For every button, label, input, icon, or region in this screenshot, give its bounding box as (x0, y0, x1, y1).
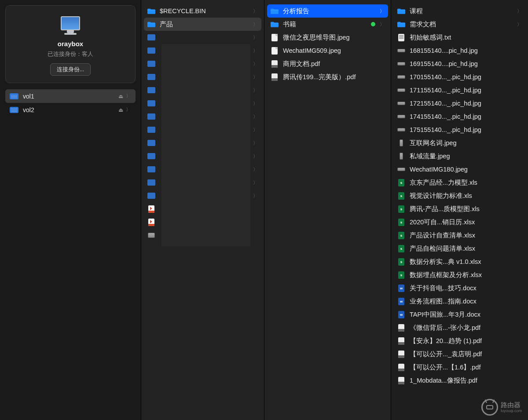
list-item[interactable]: 分析报告〉 (267, 4, 388, 18)
chevron-right-icon: 〉 (253, 193, 258, 199)
list-item[interactable]: s京东产品经...力模型.xls (394, 176, 525, 189)
spreadsheet-file-icon: s (398, 205, 404, 213)
column-1[interactable]: $RECYCLE.BIN〉产品〉〉〉〉〉〉〉〉〉〉〉〉〉〉 (141, 0, 264, 420)
list-item-redacted[interactable]: 〉 (144, 44, 261, 57)
spreadsheet-file-icon: s (398, 258, 404, 266)
list-item[interactable]: 172155140..._.pic_hd.jpg (394, 97, 525, 110)
connect-as-button[interactable]: 连接身份... (50, 63, 91, 76)
chevron-right-icon: 〉 (253, 87, 258, 94)
list-item[interactable]: 1_Mobdata...像报告.pdf (394, 374, 525, 387)
list-item[interactable]: 175155140..._.pic_hd.jpg (394, 123, 525, 136)
item-label: 168155140....pic_hd.jpg (410, 47, 522, 54)
list-item[interactable]: s产品自检问题清单.xlsx (394, 242, 525, 255)
list-item-redacted[interactable]: 〉 (144, 110, 261, 123)
image-file-icon (400, 153, 403, 160)
list-item[interactable]: s数据分析实...典 v1.0.xlsx (394, 255, 525, 268)
chevron-right-icon: 〉 (253, 34, 258, 41)
list-item[interactable]: 需求文档〉 (394, 18, 525, 31)
chevron-right-icon: 〉 (517, 21, 522, 28)
item-label: 【可以公开...【1.6】.pdf (410, 363, 522, 372)
folder-icon (147, 8, 155, 14)
list-item[interactable]: WechatIMG180.jpeg (394, 163, 525, 176)
list-item[interactable]: 私域流量.jpeg (394, 150, 525, 163)
spreadsheet-file-icon: s (398, 271, 404, 279)
list-item-redacted[interactable] (144, 215, 261, 229)
list-item-redacted[interactable]: 〉 (144, 150, 261, 163)
item-label: 2020可自...销日历.xlsx (410, 218, 522, 226)
chevron-right-icon: 〉 (253, 179, 258, 186)
list-item[interactable]: wTAPI中国旅...年3月.docx (394, 308, 525, 321)
list-item[interactable]: 174155140..._.pic_hd.jpg (394, 110, 525, 123)
list-item[interactable]: 腾讯传199...完美版）.pdf (267, 70, 388, 84)
folder-icon (147, 193, 155, 199)
chevron-right-icon: 〉 (253, 8, 258, 15)
list-item[interactable]: s产品设计自查清单.xlsx (394, 229, 525, 242)
list-item-redacted[interactable]: 〉 (144, 163, 261, 176)
item-label: 课程 (410, 7, 514, 15)
spreadsheet-file-icon: s (398, 245, 404, 252)
volume-item-vol1[interactable]: vol1 ⏏ 〉 (5, 89, 136, 103)
list-item[interactable]: 互联网名词.jpeg (394, 136, 525, 150)
column-2[interactable]: 分析报告〉书籍〉微信之夜思维导图.jpegWechatIMG509.jpeg商用… (264, 0, 391, 420)
list-item-redacted[interactable] (144, 202, 261, 215)
list-item[interactable]: 初始敏感词.txt (394, 31, 525, 44)
list-item-redacted[interactable]: 〉 (144, 123, 261, 136)
list-item[interactable]: w关于抖音电...技巧.docx (394, 281, 525, 295)
chevron-right-icon: 〉 (253, 74, 258, 80)
image-file-icon (400, 139, 403, 146)
item-label: 书籍 (283, 20, 371, 29)
image-file-icon (148, 233, 155, 238)
list-item[interactable]: $RECYCLE.BIN〉 (144, 4, 261, 18)
eject-icon[interactable]: ⏏ (118, 93, 123, 99)
item-label: 170155140..._.pic_hd.jpg (410, 73, 522, 80)
list-item[interactable]: 书籍〉 (267, 18, 388, 31)
list-item-redacted[interactable]: 〉 (144, 70, 261, 84)
text-file-icon (398, 34, 404, 41)
finder-window: oraybox 已连接身份：客人 连接身份... vol1 ⏏ 〉 vol2 ⏏… (0, 0, 528, 420)
list-item[interactable]: s视觉设计能力标准.xls (394, 189, 525, 202)
list-item-redacted[interactable]: 〉 (144, 84, 261, 97)
list-item[interactable]: 产品〉 (144, 18, 261, 31)
list-item[interactable]: 课程〉 (394, 4, 525, 18)
list-item-redacted[interactable]: 〉 (144, 97, 261, 110)
item-label: 数据埋点框架及分析.xlsx (410, 271, 522, 279)
list-item[interactable]: s2020可自...销日历.xlsx (394, 215, 525, 229)
list-item[interactable]: 【可以公开..._袁店明.pdf (394, 347, 525, 361)
list-item[interactable]: s数据埋点框架及分析.xlsx (394, 268, 525, 281)
item-label: 初始敏感词.txt (410, 33, 522, 42)
folder-icon (147, 47, 155, 54)
list-item[interactable]: WechatIMG509.jpeg (267, 44, 388, 57)
list-item-redacted[interactable]: 〉 (144, 189, 261, 202)
chevron-right-icon: 〉 (380, 21, 385, 28)
image-file-icon (271, 34, 278, 41)
list-item[interactable]: 169155140....pic_hd.jpg (394, 57, 525, 70)
image-file-icon (397, 168, 405, 171)
column-3[interactable]: 课程〉需求文档〉初始敏感词.txt168155140....pic_hd.jpg… (391, 0, 528, 420)
video-file-icon (148, 219, 154, 226)
list-item-redacted[interactable] (144, 229, 261, 242)
volume-item-vol2[interactable]: vol2 ⏏ 〉 (5, 103, 136, 117)
pdf-file-icon (271, 73, 278, 81)
list-item-redacted[interactable]: 〉 (144, 136, 261, 150)
list-item[interactable]: 【安永】20...趋势 (1).pdf (394, 334, 525, 347)
list-item[interactable]: 171155140..._.pic_hd.jpg (394, 84, 525, 97)
item-label: 172155140..._.pic_hd.jpg (410, 100, 522, 107)
list-item[interactable]: w业务流程图...指南.docx (394, 295, 525, 308)
watermark-subtitle: luyouqi.com (501, 409, 522, 413)
watermark: 路由器 luyouqi.com (481, 399, 522, 416)
list-item-redacted[interactable]: 〉 (144, 31, 261, 44)
list-item[interactable]: 商用文档.pdf (267, 57, 388, 70)
list-item-redacted[interactable]: 〉 (144, 57, 261, 70)
pdf-file-icon (271, 60, 278, 68)
item-label: WechatIMG180.jpeg (410, 166, 522, 173)
eject-icon[interactable]: ⏏ (118, 107, 123, 113)
list-item[interactable]: s腾讯-产品...质模型图.xls (394, 202, 525, 215)
list-item[interactable]: 微信之夜思维导图.jpeg (267, 31, 388, 44)
list-item[interactable]: 170155140..._.pic_hd.jpg (394, 70, 525, 84)
list-item[interactable]: 《微信背后...-张小龙.pdf (394, 321, 525, 334)
list-item-redacted[interactable]: 〉 (144, 176, 261, 189)
chevron-right-icon: 〉 (126, 92, 131, 100)
image-file-icon (397, 75, 405, 79)
list-item[interactable]: 【可以公开...【1.6】.pdf (394, 361, 525, 374)
list-item[interactable]: 168155140....pic_hd.jpg (394, 44, 525, 57)
